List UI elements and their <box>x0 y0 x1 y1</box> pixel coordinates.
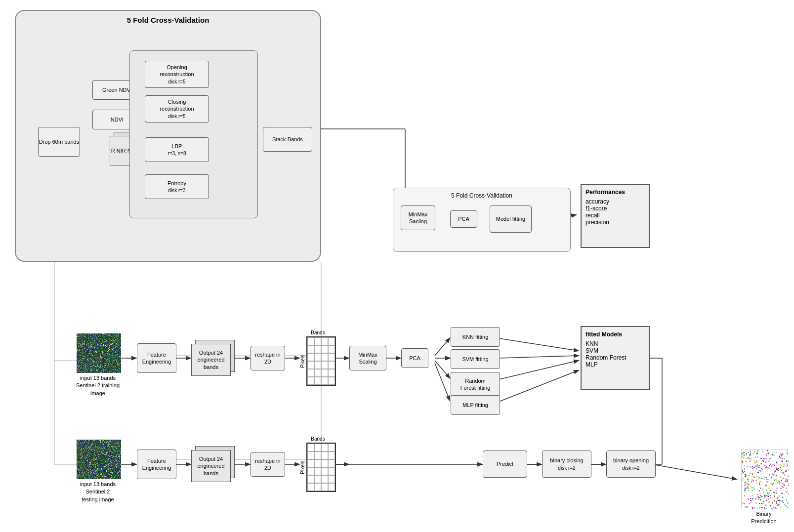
diagram: 5 Fold Cross-Validation Drop 60m bands G… <box>0 0 794 532</box>
svg-line-28 <box>435 338 450 356</box>
svm-fitting-box: SVM fitting <box>451 349 500 369</box>
cv-minmax-box: MinMaxSacling <box>401 205 435 230</box>
fitted-mlp: MLP <box>585 361 645 368</box>
drop-60m-box: Drop 60m bands <box>38 127 80 157</box>
minmax-train-box: MinMaxScaling <box>349 346 386 370</box>
rf-fitting-box: RandomForest fitting <box>451 372 500 397</box>
bands-label-train: Bands <box>300 330 336 335</box>
opening-box: Openingreconstructiondisk r=5 <box>145 61 209 88</box>
pca-train-box: PCA <box>401 348 428 368</box>
svg-line-34 <box>499 361 578 379</box>
fitted-svm: SVM <box>585 347 645 354</box>
perf-precision: precision <box>585 219 645 226</box>
entropy-box: Entropydisk r=3 <box>145 174 209 199</box>
cv-model-fitting-box: Model fitting <box>490 205 532 233</box>
grid-test: Bands Pixels <box>300 436 336 492</box>
svg-line-32 <box>499 338 578 351</box>
binary-prediction-image <box>741 450 788 509</box>
predict-box: Predict <box>483 450 527 478</box>
svg-line-50 <box>652 464 736 479</box>
stack-bands-box: Stack Bands <box>263 127 312 152</box>
performances-box: Performances accuracy f1-score recall pr… <box>581 184 650 248</box>
perf-f1: f1-score <box>585 205 645 212</box>
cv-container: 5 Fold Cross-Validation MinMaxSacling PC… <box>393 188 571 252</box>
testing-sat-image <box>77 440 121 479</box>
fitted-knn: KNN <box>585 340 645 347</box>
pixels-label-test: Pixels <box>300 461 305 474</box>
feature-engineering-outer: 5 Fold Cross-Validation Drop 60m bands G… <box>15 10 321 262</box>
performances-title: Performances <box>585 189 645 196</box>
reshape-test-box: reshape in2D <box>251 452 285 477</box>
cv-pca-box: PCA <box>450 210 477 228</box>
grid-train: Bands Pixels <box>300 330 336 386</box>
output24-testing-box: Output 24engineeredbands <box>191 446 236 483</box>
binary-closing-box: binary closingdisk r=2 <box>542 450 591 478</box>
morph-container: Openingreconstructiondisk r=5 Closingrec… <box>129 50 258 218</box>
pixels-label-train: Pixels <box>300 355 305 368</box>
fitted-models-title: fitted Models <box>585 331 645 338</box>
cv-title: 5 Fold Cross-Validation <box>451 192 512 199</box>
bands-label-test: Bands <box>300 436 336 442</box>
output24-training-box: Output 24engineeredbands <box>191 340 236 377</box>
fitted-rf: Random Forest <box>585 354 645 361</box>
closing-box: Closingreconstructiondisk r=5 <box>145 95 209 123</box>
svg-line-35 <box>499 370 578 402</box>
fitted-models-box: fitted Models KNN SVM Random Forest MLP <box>581 326 650 390</box>
binary-prediction-label: BinaryPredicition <box>739 510 789 526</box>
binary-opening-box: binary openingdisk r=2 <box>606 450 656 478</box>
perf-accuracy: accuracy <box>585 198 645 205</box>
mlp-fitting-box: MLP fitting <box>451 395 500 415</box>
testing-image-label: input 13 bandsSentinel 2testing image <box>73 481 123 503</box>
svg-line-33 <box>499 356 578 358</box>
lbp-box: LBPr=3, n=8 <box>145 137 209 162</box>
svg-line-31 <box>435 363 450 400</box>
fe-testing-box: FeatureEngineering <box>137 450 176 479</box>
knn-fitting-box: KNN fitting <box>451 327 500 347</box>
training-sat-image <box>77 333 121 373</box>
svg-line-30 <box>435 361 450 378</box>
training-image-label: input 13 bands Sentinel 2 training image <box>73 374 123 397</box>
fe-outer-title: 5 Fold Cross-Validation <box>127 16 209 24</box>
reshape-train-box: reshape in2D <box>251 346 285 370</box>
perf-recall: recall <box>585 212 645 219</box>
fe-training-box: FeatureEngineering <box>137 343 176 373</box>
